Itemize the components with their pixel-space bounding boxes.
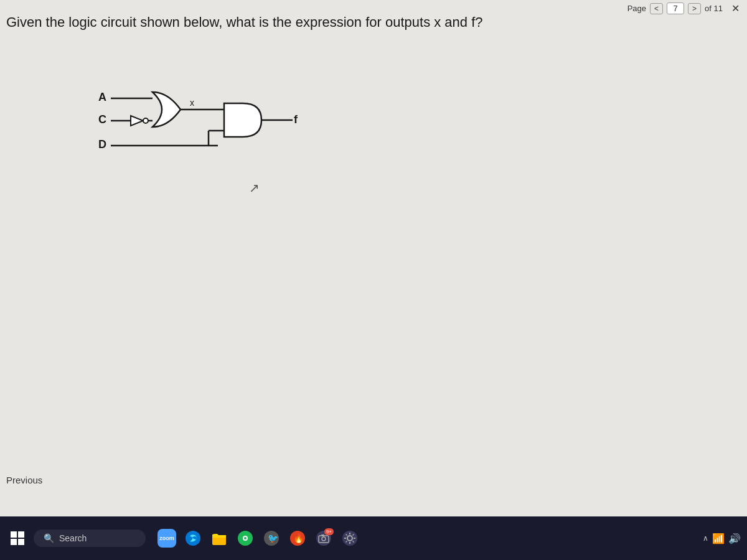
- search-text: Search: [59, 533, 87, 543]
- gear-svg: [342, 530, 358, 546]
- next-page-button[interactable]: >: [688, 3, 701, 14]
- main-content: Page < 7 > of 11 ✕ Given the logic circu…: [0, 0, 747, 516]
- page-total: of 11: [705, 4, 723, 13]
- bird-svg: 🐦: [263, 530, 280, 546]
- svg-point-16: [244, 537, 247, 539]
- question-text: Given the logic circuit shown below, wha…: [6, 14, 741, 32]
- chevron-up-icon[interactable]: ∧: [703, 534, 708, 543]
- search-bar[interactable]: 🔍 Search: [34, 530, 146, 547]
- svg-marker-2: [131, 116, 143, 126]
- svg-text:🔥: 🔥: [293, 533, 304, 544]
- flame-svg: 🔥: [289, 530, 306, 546]
- network-icon[interactable]: 📶: [712, 533, 725, 544]
- circuit-svg: A C D x: [93, 56, 355, 180]
- page-number[interactable]: 7: [667, 2, 684, 14]
- folder-svg: [211, 530, 227, 546]
- output-x-label: x: [190, 98, 194, 108]
- zoom-app-icon: zoom: [157, 529, 176, 548]
- prev-page-button[interactable]: <: [650, 3, 663, 14]
- edge-browser-icon[interactable]: [182, 527, 204, 549]
- circuit-diagram: A C D x: [93, 56, 355, 180]
- input-c-label: C: [98, 113, 106, 126]
- file-explorer-icon[interactable]: [208, 527, 230, 549]
- svg-text:🐦: 🐦: [268, 533, 279, 544]
- volume-icon[interactable]: 🔊: [728, 533, 741, 544]
- camera-badge: 9+: [324, 528, 334, 535]
- input-a-label: A: [98, 91, 106, 103]
- start-button[interactable]: [6, 527, 29, 549]
- taskbar: 🔍 Search zoom: [0, 516, 747, 560]
- music-svg: [237, 530, 253, 546]
- camera-icon[interactable]: 9+: [312, 527, 335, 549]
- svg-point-3: [143, 118, 148, 123]
- close-button[interactable]: ✕: [731, 2, 740, 14]
- svg-rect-24: [321, 534, 324, 536]
- cursor-indicator: ↗: [249, 180, 260, 195]
- taskbar-icons: zoom: [156, 527, 361, 549]
- output-f-label: f: [294, 113, 298, 126]
- taskbar-right: ∧ 📶 🔊: [703, 533, 741, 544]
- flame-app-icon[interactable]: 🔥: [286, 527, 309, 549]
- windows-icon: [11, 531, 24, 545]
- zoom-icon[interactable]: zoom: [156, 527, 178, 549]
- settings-icon[interactable]: [339, 527, 361, 549]
- previous-button[interactable]: Previous: [6, 475, 42, 485]
- bird-app-icon[interactable]: 🐦: [260, 527, 283, 549]
- music-icon[interactable]: [234, 527, 256, 549]
- input-d-label: D: [98, 138, 106, 151]
- search-icon: 🔍: [44, 533, 54, 543]
- page-label: Page: [627, 4, 646, 13]
- edge-svg: [185, 530, 201, 546]
